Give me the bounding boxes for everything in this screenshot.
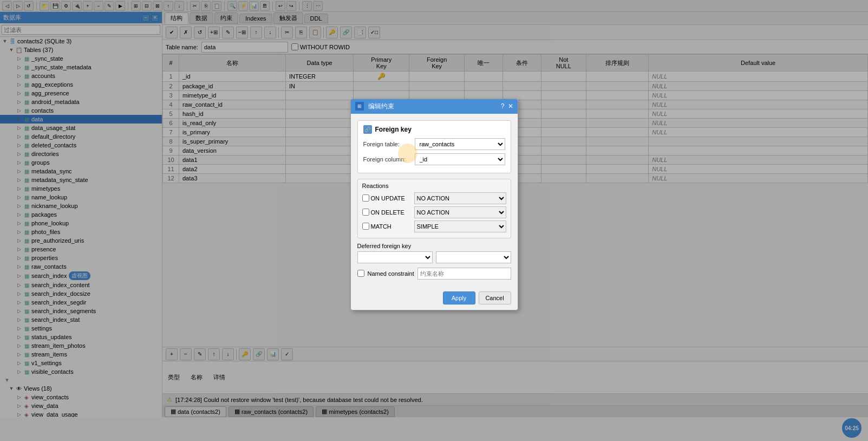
named-constraint-checkbox[interactable] (357, 270, 364, 277)
on-delete-check-area: ON DELETE (362, 209, 411, 216)
modal-help-icon[interactable]: ? (501, 102, 505, 110)
foreign-column-select[interactable]: _id (415, 153, 505, 165)
fk-title-text: Foreign key (375, 126, 412, 133)
on-update-select[interactable]: NO ACTION (414, 192, 506, 204)
on-update-check-area: ON UPDATE (362, 194, 411, 202)
foreign-column-label: Foreign column: (363, 156, 415, 163)
on-delete-checkbox[interactable] (362, 209, 369, 216)
modal-close-btn[interactable]: ✕ (508, 102, 513, 110)
deferred-row (357, 251, 511, 263)
deferred-title: Deferred foreign key (357, 243, 511, 249)
on-delete-label: ON DELETE (371, 209, 404, 216)
on-update-row: ON UPDATE NO ACTION (362, 192, 506, 204)
reactions-title: Reactions (362, 183, 506, 189)
deferred-select-1[interactable] (357, 251, 433, 263)
on-update-label: ON UPDATE (371, 195, 405, 202)
modal-title-bar: ⊞ 编辑约束 ? ✕ (351, 99, 518, 114)
on-delete-select[interactable]: NO ACTION (414, 206, 506, 218)
match-check-area: MATCH (362, 223, 411, 230)
match-label: MATCH (371, 223, 391, 230)
match-row: MATCH SIMPLE (362, 220, 506, 232)
deferred-section: Deferred foreign key (357, 243, 511, 263)
reactions-section: Reactions ON UPDATE NO ACTION ON DELETE (357, 179, 511, 238)
cancel-button[interactable]: Cancel (479, 291, 511, 304)
named-constraint-label: Named constraint (368, 270, 414, 277)
modal-title-icon: ⊞ (355, 102, 364, 111)
modal-footer: Apply Cancel (351, 291, 518, 310)
fk-section: 🔗 Foreign key Foreign table: raw_contact… (357, 120, 511, 173)
match-checkbox[interactable] (362, 223, 369, 230)
on-delete-row: ON DELETE NO ACTION (362, 206, 506, 218)
modal-title: 编辑约束 (368, 102, 394, 111)
foreign-table-row: Foreign table: raw_contacts (363, 138, 505, 150)
edit-constraint-modal: ⊞ 编辑约束 ? ✕ 🔗 Foreign key Foreign table: … (350, 99, 518, 310)
foreign-table-select[interactable]: raw_contacts (415, 138, 505, 150)
fk-title: 🔗 Foreign key (363, 125, 505, 134)
named-constraint-row: Named constraint (357, 268, 511, 280)
named-constraint-input[interactable] (417, 268, 511, 280)
modal-body: 🔗 Foreign key Foreign table: raw_contact… (351, 114, 518, 291)
foreign-column-row: Foreign column: _id (363, 153, 505, 165)
modal-overlay: ⊞ 编辑约束 ? ✕ 🔗 Foreign key Foreign table: … (0, 0, 868, 441)
on-update-checkbox[interactable] (362, 194, 369, 202)
foreign-table-label: Foreign table: (363, 141, 415, 147)
fk-icon: 🔗 (363, 125, 372, 134)
apply-button[interactable]: Apply (443, 291, 475, 304)
deferred-select-2[interactable] (436, 251, 511, 263)
match-select[interactable]: SIMPLE (414, 220, 506, 232)
